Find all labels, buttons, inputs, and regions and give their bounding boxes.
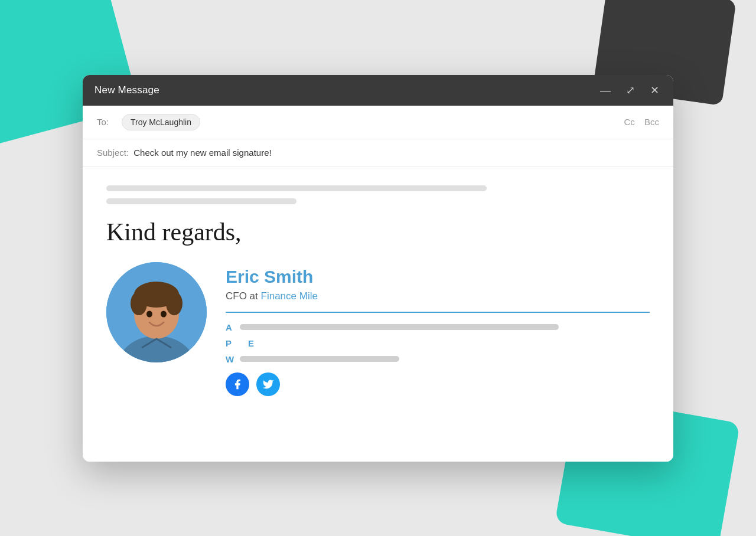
cc-bcc-controls[interactable]: Cc Bcc [617,117,659,127]
body-placeholder-line-1 [106,185,487,191]
email-compose-window: New Message — ⤢ ✕ To: Troy McLaughlin Cc… [83,75,673,462]
bcc-label[interactable]: Bcc [644,117,659,127]
window-controls: — ⤢ ✕ [598,84,662,97]
subject-label: Subject: [97,148,129,158]
address-row: A [226,322,650,332]
close-button[interactable]: ✕ [648,84,662,97]
svg-point-8 [161,311,167,318]
signature-title: CFO at Finance Mile [226,290,650,302]
window-title: New Message [94,84,159,96]
expand-button[interactable]: ⤢ [624,84,637,97]
website-label: W [226,354,234,364]
svg-point-7 [146,311,152,318]
email-pair: E [248,338,261,348]
email-body[interactable]: Kind regards, [83,166,673,462]
signature-section: Kind regards, [106,216,650,396]
title-text: CFO at [226,290,261,302]
to-label: To: [97,117,115,127]
signature-name: Eric Smith [226,267,650,287]
company-name: Finance Mile [261,290,318,302]
website-bar [240,356,399,362]
address-bar [240,324,559,330]
avatar [106,262,207,362]
website-row: W [226,354,650,364]
minimize-button[interactable]: — [598,84,613,97]
cc-label[interactable]: Cc [624,117,634,127]
svg-point-5 [131,292,147,315]
to-row: To: Troy McLaughlin Cc Bcc [83,106,673,139]
twitter-icon[interactable] [256,372,280,396]
kind-regards-text: Kind regards, [106,216,650,249]
body-placeholder-line-2 [106,198,296,204]
signature-divider [226,312,650,313]
recipient-chip[interactable]: Troy McLaughlin [122,114,200,130]
phone-label: P [226,338,234,348]
phone-email-row: P E [226,338,650,348]
email-label: E [248,338,256,348]
address-label: A [226,322,234,332]
subject-row: Subject: Check out my new email signatur… [83,139,673,166]
signature-info: Eric Smith CFO at Finance Mile A P [226,262,650,396]
social-row [226,372,650,396]
facebook-icon[interactable] [226,372,249,396]
svg-point-6 [166,292,183,315]
subject-value[interactable]: Check out my new email signature! [133,148,271,158]
signature-card: Eric Smith CFO at Finance Mile A P [106,262,650,396]
title-bar: New Message — ⤢ ✕ [83,75,673,106]
phone-pair: P [226,338,239,348]
